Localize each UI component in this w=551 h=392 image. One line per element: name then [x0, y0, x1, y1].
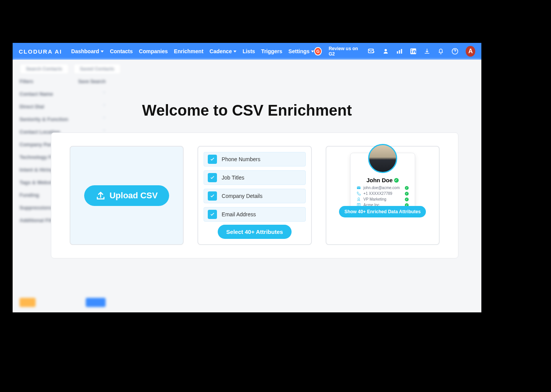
checkbox-checked-icon[interactable] [208, 173, 217, 182]
verified-icon: ✓ [405, 186, 409, 190]
download-icon[interactable] [424, 47, 430, 55]
nav-triggers[interactable]: Triggers [261, 48, 282, 54]
chevron-down-icon [233, 51, 236, 52]
mail-icon [357, 186, 361, 190]
verified-icon: ✓ [405, 198, 409, 201]
svg-rect-2 [399, 50, 400, 54]
nav-enrichment[interactable]: Enrichment [174, 48, 204, 54]
svg-point-6 [411, 49, 412, 50]
top-nav: CLODURA AI Dashboard Contacts Companies … [13, 43, 481, 60]
profile-phone-row: +1 XXXXX27789✓ [357, 191, 409, 196]
g2-icon[interactable]: G [314, 47, 322, 56]
main-content: Welcome to CSV Enrichment Upload CSV [13, 60, 481, 312]
attribute-list: Phone Numbers Job Titles Company Details [204, 152, 305, 222]
profile-email-row: john.doe@acme.com✓ [357, 186, 409, 190]
user-icon[interactable] [382, 47, 389, 55]
brand-logo: CLODURA AI [19, 48, 62, 55]
badge-icon [357, 197, 361, 201]
upload-icon [96, 191, 106, 201]
nav-settings[interactable]: Settings [289, 48, 314, 54]
upload-card: Upload CSV [70, 146, 184, 245]
attribute-label: Job Titles [222, 175, 244, 181]
nav-cadence[interactable]: Cadence [210, 48, 236, 54]
chart-icon[interactable] [396, 47, 403, 55]
attributes-card: Phone Numbers Job Titles Company Details [197, 146, 311, 245]
bell-icon[interactable] [437, 47, 444, 55]
svg-rect-5 [411, 51, 412, 53]
show-enriched-button[interactable]: Show 40+ Enriched Data Attributes [339, 206, 426, 217]
attribute-row: Phone Numbers [204, 152, 305, 167]
checkbox-checked-icon[interactable] [208, 210, 217, 219]
app-viewport: CLODURA AI Dashboard Contacts Companies … [13, 43, 481, 312]
profile-name: John Doe ✓ [367, 177, 399, 183]
attribute-label: Email Address [222, 211, 256, 217]
svg-rect-1 [397, 51, 398, 54]
nav-links: Dashboard Contacts Companies Enrichment … [71, 48, 314, 54]
verified-badge-icon: ✓ [394, 178, 399, 183]
profile-card-container: John Doe ✓ john.doe@acme.com✓ [326, 146, 440, 245]
attribute-label: Phone Numbers [222, 156, 260, 162]
attribute-label: Company Details [222, 193, 262, 199]
attribute-row: Job Titles [204, 170, 305, 185]
nav-dashboard[interactable]: Dashboard [71, 48, 104, 54]
nav-companies[interactable]: Companies [139, 48, 168, 54]
select-attributes-button[interactable]: Select 40+ Attributes [218, 225, 291, 239]
chevron-down-icon [311, 51, 314, 52]
avatar[interactable]: A [466, 46, 475, 57]
phone-icon [357, 191, 361, 196]
upload-csv-label: Upload CSV [109, 191, 158, 201]
svg-point-9 [358, 198, 360, 199]
checkbox-checked-icon[interactable] [208, 191, 217, 201]
profile-avatar-image [368, 144, 397, 173]
page-title: Welcome to CSV Enrichment [13, 102, 481, 119]
nav-contacts[interactable]: Contacts [110, 48, 133, 54]
attribute-row: Email Address [204, 207, 305, 222]
enrichment-panel: Upload CSV Phone Numbers [51, 132, 458, 258]
svg-rect-3 [401, 49, 402, 54]
nav-right: G Review us on G2 A [314, 46, 475, 57]
nav-lists[interactable]: Lists [243, 48, 255, 54]
profile-card: John Doe ✓ john.doe@acme.com✓ [350, 153, 415, 211]
verified-icon: ✓ [405, 192, 409, 196]
review-link[interactable]: Review us on G2 [329, 46, 361, 57]
upload-csv-button[interactable]: Upload CSV [84, 185, 169, 206]
checkbox-checked-icon[interactable] [208, 155, 217, 164]
profile-title-row: VP Marketing✓ [357, 197, 409, 201]
linkedin-icon[interactable] [410, 47, 417, 55]
attribute-row: Company Details [204, 189, 305, 203]
chevron-down-icon [101, 51, 104, 52]
mail-check-icon[interactable] [368, 47, 375, 55]
help-icon[interactable] [451, 47, 459, 55]
